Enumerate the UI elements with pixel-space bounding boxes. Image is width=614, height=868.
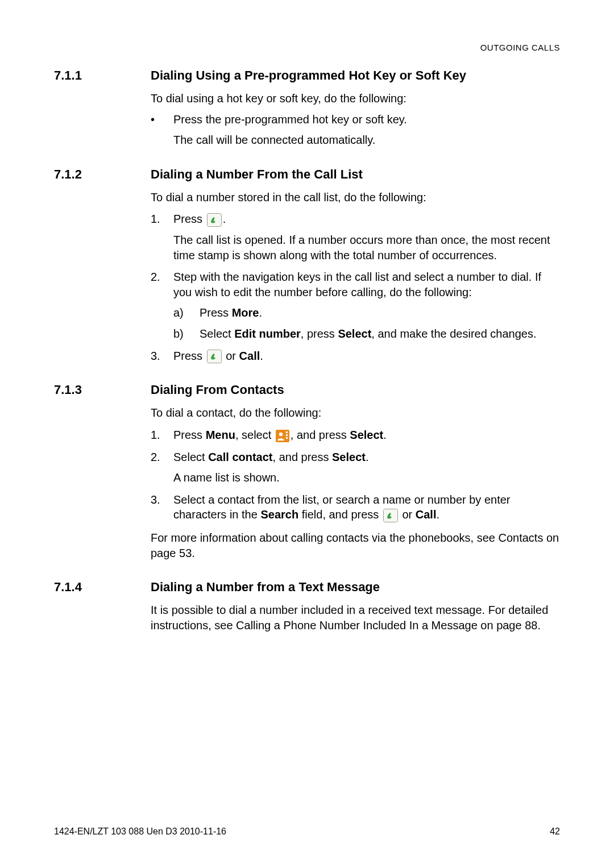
svg-rect-5: [286, 437, 288, 439]
list-number: 2.: [151, 269, 173, 300]
list-text: Press or Call.: [173, 348, 263, 364]
list-text: Select a contact from the list, or searc…: [173, 492, 560, 522]
running-header: OUTGOING CALLS: [54, 43, 560, 52]
bold-text: Select: [338, 327, 371, 340]
section-number: 7.1.2: [54, 167, 151, 182]
list-item: 1. Press Menu, select , and press Select…: [151, 427, 560, 443]
list-number: 3.: [151, 348, 173, 364]
list-number: 3.: [151, 492, 173, 522]
bold-text: Call contact: [208, 451, 272, 463]
list-item: 3. Select a contact from the list, or se…: [151, 492, 560, 522]
footer-page-number: 42: [550, 827, 560, 837]
bullet-item: • Press the pre-programmed hot key or so…: [151, 112, 560, 148]
paragraph: To dial using a hot key or soft key, do …: [151, 91, 560, 106]
paragraph: It is possible to dial a number included…: [151, 603, 560, 633]
text-fragment: , select: [235, 429, 275, 441]
section-7-1-1-header: 7.1.1 Dialing Using a Pre-programmed Hot…: [54, 68, 560, 83]
section-7-1-3-body: To dial a contact, do the following: 1. …: [151, 405, 560, 560]
text-fragment: or: [223, 350, 239, 362]
text-fragment: , and make the desired changes.: [371, 327, 536, 340]
section-7-1-1-body: To dial using a hot key or soft key, do …: [151, 91, 560, 148]
bullet-mark: •: [151, 112, 173, 148]
text-fragment: Press: [173, 213, 206, 225]
text-fragment: Select: [173, 451, 208, 463]
call-key-icon: [383, 509, 398, 522]
page: OUTGOING CALLS 7.1.1 Dialing Using a Pre…: [0, 0, 614, 868]
sublist-text: Press More.: [200, 305, 262, 321]
list-item: 3. Press or Call.: [151, 348, 560, 364]
section-title: Dialing From Contacts: [151, 383, 284, 397]
list-text: Press Menu, select , and press Select.: [173, 427, 387, 443]
bold-text: Edit number: [234, 327, 301, 340]
svg-rect-7: [383, 509, 397, 522]
page-footer: 1424-EN/LZT 103 088 Uen D3 2010-11-16 42: [54, 827, 560, 837]
bold-text: Call: [239, 350, 260, 362]
bold-text: More: [232, 306, 259, 319]
list-subtext: The call list is opened. If a number occ…: [173, 232, 560, 263]
svg-rect-3: [286, 431, 288, 433]
section-7-1-2-body: To dial a number stored in the call list…: [151, 190, 560, 364]
list-item: 2. Step with the navigation keys in the …: [151, 269, 560, 300]
text-fragment: Press: [173, 429, 206, 441]
footer-left: 1424-EN/LZT 103 088 Uen D3 2010-11-16: [54, 827, 226, 837]
call-key-icon: [207, 213, 222, 227]
bold-text: Select: [350, 429, 383, 441]
contacts-icon: [276, 430, 289, 442]
text-fragment: Press: [173, 350, 206, 362]
list-item: 2. Select Call contact, and press Select…: [151, 450, 560, 465]
bullet-text: Press the pre-programmed hot key or soft…: [173, 112, 407, 127]
section-number: 7.1.1: [54, 68, 151, 83]
bold-text: Search: [260, 508, 298, 521]
list-text: Select Call contact, and press Select.: [173, 450, 369, 465]
paragraph: To dial a contact, do the following:: [151, 405, 560, 421]
sublist-mark: a): [173, 305, 200, 321]
section-7-1-4-header: 7.1.4 Dialing a Number from a Text Messa…: [54, 580, 560, 595]
list-number: 1.: [151, 211, 173, 227]
text-fragment: , and press: [273, 451, 333, 463]
list-text: Step with the navigation keys in the cal…: [173, 269, 560, 300]
list-number: 1.: [151, 427, 173, 443]
text-fragment: .: [223, 213, 226, 225]
sublist-text: Select Edit number, press Select, and ma…: [200, 326, 537, 342]
call-key-icon: [207, 350, 222, 363]
bold-text: Select: [332, 451, 366, 463]
paragraph: To dial a number stored in the call list…: [151, 190, 560, 205]
text-fragment: .: [366, 451, 369, 463]
section-number: 7.1.4: [54, 580, 151, 595]
sublist-item: b) Select Edit number, press Select, and…: [173, 326, 560, 342]
section-title: Dialing Using a Pre-programmed Hot Key o…: [151, 68, 466, 83]
text-fragment: , and press: [291, 429, 350, 441]
bold-text: Menu: [206, 429, 235, 441]
bullet-subtext: The call will be connected automatically…: [173, 132, 407, 148]
text-fragment: .: [436, 508, 439, 521]
text-fragment: .: [259, 306, 262, 319]
text-fragment: , press: [301, 327, 338, 340]
svg-rect-1: [207, 350, 221, 363]
list-text: Press .: [173, 211, 226, 227]
text-fragment: Select: [200, 327, 234, 340]
section-title: Dialing a Number From the Call List: [151, 167, 363, 182]
section-number: 7.1.3: [54, 383, 151, 397]
section-title: Dialing a Number from a Text Message: [151, 580, 380, 595]
text-fragment: field, and press: [298, 508, 382, 521]
sublist-item: a) Press More.: [173, 305, 560, 321]
bold-text: Call: [416, 508, 437, 521]
list-number: 2.: [151, 450, 173, 465]
svg-rect-0: [207, 214, 221, 227]
section-7-1-3-header: 7.1.3 Dialing From Contacts: [54, 383, 560, 397]
paragraph: For more information about calling conta…: [151, 530, 560, 560]
section-7-1-2-header: 7.1.2 Dialing a Number From the Call Lis…: [54, 167, 560, 182]
text-fragment: .: [260, 350, 263, 362]
list-subtext: A name list is shown.: [173, 470, 560, 485]
text-fragment: .: [383, 429, 387, 441]
text-fragment: or: [399, 508, 416, 521]
svg-point-6: [279, 432, 283, 435]
sublist-mark: b): [173, 326, 200, 342]
section-7-1-4-body: It is possible to dial a number included…: [151, 603, 560, 633]
list-item: 1. Press .: [151, 211, 560, 227]
svg-rect-4: [286, 434, 288, 436]
text-fragment: Press: [200, 306, 232, 319]
